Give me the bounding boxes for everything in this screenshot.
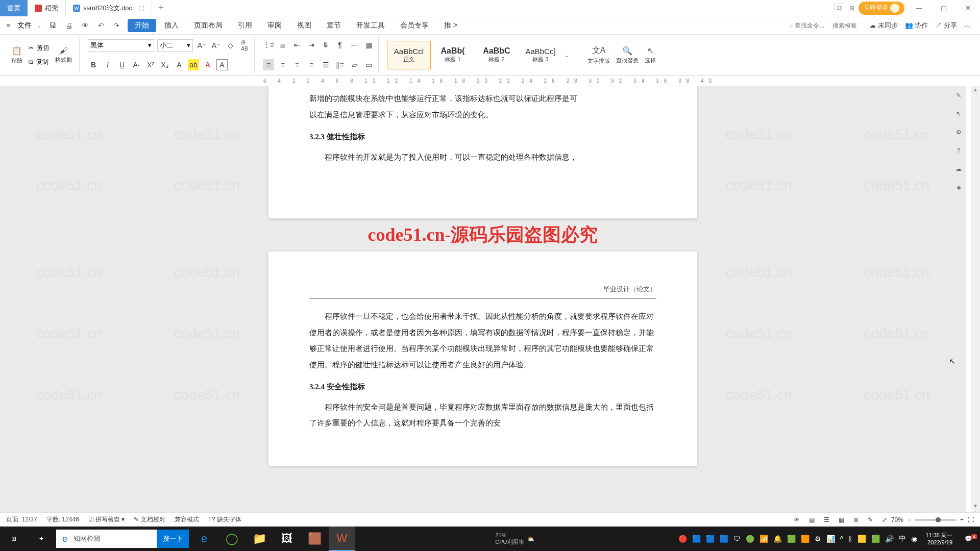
style-h1[interactable]: AaBb(标题 1 xyxy=(431,41,475,69)
copilot-icon[interactable]: ✦ xyxy=(28,527,55,551)
slider-icon[interactable]: ⚙ xyxy=(956,129,962,136)
chevron-up-icon[interactable]: ^ xyxy=(840,535,844,543)
view-read-icon[interactable]: ⊕ xyxy=(853,516,859,523)
copy-button[interactable]: ⧉复制 xyxy=(29,58,49,66)
view-outline-icon[interactable]: ☰ xyxy=(824,516,829,523)
menu-view[interactable]: 视图 xyxy=(290,19,318,32)
diamond-icon[interactable]: ◈ xyxy=(957,184,961,191)
close-button[interactable]: ✕ xyxy=(958,1,978,15)
collab-button[interactable]: 👥 协作 xyxy=(905,21,928,30)
clock[interactable]: 11:35 周一 2022/9/19 xyxy=(921,532,957,546)
cut-button[interactable]: ✂剪切 xyxy=(29,44,49,53)
app-explorer[interactable]: 📁 xyxy=(246,527,273,551)
cmd-search-input[interactable] xyxy=(795,22,830,29)
edit-mode-icon[interactable]: ✎ xyxy=(868,516,873,523)
chevron-down-icon[interactable]: ⌄ xyxy=(37,22,42,29)
tray-icon[interactable]: 🟦 xyxy=(692,535,701,543)
indent-button[interactable]: ⇥ xyxy=(306,39,317,51)
justify-button[interactable]: ≡ xyxy=(306,59,317,70)
proofread-button[interactable]: ✎ 文档校对 xyxy=(134,515,165,524)
save-icon[interactable]: 🖫 xyxy=(47,20,58,31)
outdent-button[interactable]: ⇤ xyxy=(291,39,303,51)
word-count[interactable]: 字数: 12446 xyxy=(46,515,79,524)
number-list-button[interactable]: ≣ xyxy=(277,39,288,51)
format-painter-button[interactable]: 🖌格式刷 xyxy=(52,46,75,64)
view-page-icon[interactable]: ▤ xyxy=(809,516,815,523)
tab-home[interactable]: 首页 xyxy=(0,0,28,16)
print-icon[interactable]: 🖨 xyxy=(63,20,75,31)
new-tab-button[interactable]: + xyxy=(152,3,170,13)
taskbar-search[interactable]: e 知网检测 搜一下 xyxy=(56,530,189,548)
select-button[interactable]: ↖选择 xyxy=(642,37,659,73)
apps-icon[interactable]: ⊞ xyxy=(849,5,854,12)
share-button[interactable]: ↗ 分享 xyxy=(935,21,957,30)
app-photos[interactable]: 🖼 xyxy=(274,527,300,551)
distribute-button[interactable]: ☰ xyxy=(320,59,331,70)
strike-button[interactable]: A· xyxy=(131,59,142,70)
align-right-button[interactable]: ≡ xyxy=(291,59,303,70)
style-body[interactable]: AaBbCcl正文 xyxy=(387,41,431,69)
tray-icon[interactable]: 🟨 xyxy=(857,535,866,543)
menu-layout[interactable]: 页面布局 xyxy=(187,19,230,32)
tray-icon[interactable]: 🟢 xyxy=(746,535,754,543)
page-border-button[interactable]: ▭ xyxy=(363,59,374,70)
menu-dev[interactable]: 开发工具 xyxy=(349,19,392,32)
layout-toggle-icon[interactable]: 1▯ xyxy=(834,4,845,12)
sub-button[interactable]: X₂ xyxy=(159,59,170,70)
menu-start[interactable]: 开始 xyxy=(128,19,156,32)
tray-icon[interactable]: ◉ xyxy=(911,535,917,543)
ime-icon[interactable]: 中 xyxy=(899,534,906,543)
bell-icon[interactable]: 🔔 xyxy=(773,535,782,543)
line-spacing-button[interactable]: ‖≡ xyxy=(334,59,346,70)
style-h3[interactable]: AaBbCc]标题 3 xyxy=(519,41,562,69)
align-left-button[interactable]: ≡ xyxy=(263,59,274,70)
tpl-search-input[interactable] xyxy=(832,22,868,29)
chevron-up-icon[interactable]: ︿ xyxy=(964,21,971,30)
zoom-control[interactable]: ⤢ 70% − + ⛶ xyxy=(882,516,974,523)
style-h2[interactable]: AaBbC标题 2 xyxy=(475,41,519,69)
missing-font[interactable]: T? 缺失字体 xyxy=(208,515,241,524)
font-select[interactable]: 黑体▾ xyxy=(88,39,154,52)
app-ie[interactable]: e xyxy=(191,527,217,551)
fullscreen-icon[interactable]: ⛶ xyxy=(968,516,974,523)
compat-mode[interactable]: 兼容模式 xyxy=(175,515,199,524)
underline-button[interactable]: U xyxy=(116,59,128,70)
bluetooth-icon[interactable]: ᛒ xyxy=(848,535,852,543)
tray-icon[interactable]: 📊 xyxy=(826,535,835,543)
paste-button[interactable]: 📋粘贴 xyxy=(8,46,26,64)
unsync-status[interactable]: ☁ 未同步 xyxy=(869,21,898,30)
menu-ref[interactable]: 引用 xyxy=(231,19,259,32)
bullet-list-button[interactable]: ⋮≡ xyxy=(263,39,274,51)
tray-icon[interactable]: 🟦 xyxy=(720,535,728,543)
volume-icon[interactable]: 🔊 xyxy=(885,535,894,543)
eye-icon[interactable]: 👁 xyxy=(794,516,800,523)
tray-icon[interactable]: 🟦 xyxy=(706,535,715,543)
scroll-down-icon[interactable]: ▼ xyxy=(972,503,979,510)
find-replace-button[interactable]: 🔍查找替换 xyxy=(613,37,642,73)
view-web-icon[interactable]: ▦ xyxy=(839,516,844,523)
menu-more[interactable]: 推 > xyxy=(437,19,464,32)
fit-icon[interactable]: ⤢ xyxy=(882,516,887,523)
shading-button[interactable]: ▱ xyxy=(349,59,360,70)
hamburger-icon[interactable]: ≡ xyxy=(4,20,12,31)
login-button[interactable]: 立即登录 xyxy=(859,2,904,15)
sort-button[interactable]: ⤋ xyxy=(320,39,331,51)
document-area[interactable]: code51.cncode51.cncode51.cncode51.cncode… xyxy=(0,86,966,533)
wifi-icon[interactable]: 📶 xyxy=(760,535,768,543)
tray-icon[interactable]: ⚙ xyxy=(815,535,821,543)
preview-icon[interactable]: 👁 xyxy=(80,20,91,31)
shrink-font-button[interactable]: A⁻ xyxy=(210,40,222,51)
menu-chapter[interactable]: 章节 xyxy=(320,19,348,32)
cloud-icon[interactable]: ☁ xyxy=(955,165,962,172)
show-marks-button[interactable]: ¶ xyxy=(334,39,346,51)
app-browser[interactable]: ◯ xyxy=(218,527,245,551)
borders-button[interactable]: ▦ xyxy=(363,39,374,51)
char-border-button[interactable]: A xyxy=(216,59,228,70)
tray-icon[interactable]: 🟧 xyxy=(801,535,810,543)
minimize-button[interactable]: — xyxy=(909,1,929,15)
styles-expand-icon[interactable]: ⌄ xyxy=(562,52,572,59)
menu-vip[interactable]: 会员专享 xyxy=(393,19,436,32)
help-icon[interactable]: ? xyxy=(957,147,961,154)
shield-icon[interactable]: 🛡 xyxy=(733,535,741,543)
clear-format-button[interactable]: ◇ xyxy=(225,40,236,51)
